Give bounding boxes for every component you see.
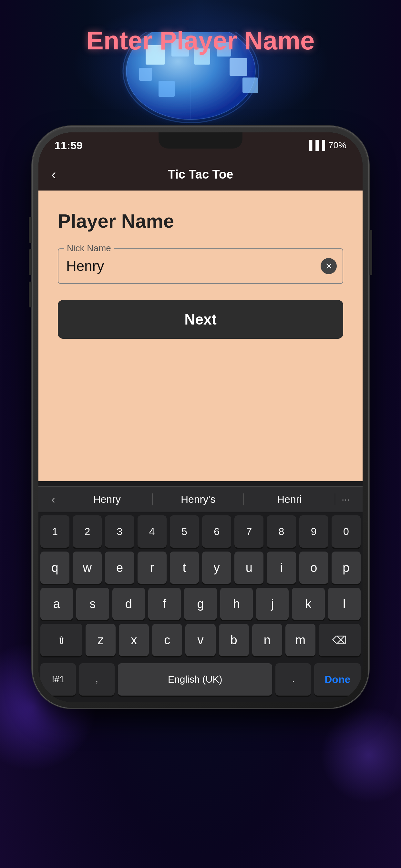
back-button[interactable]: ‹ [51, 166, 56, 182]
autocomplete-more-icon[interactable]: ··· [335, 494, 356, 505]
key-p[interactable]: p [332, 552, 361, 584]
battery-text: 70% [328, 140, 346, 151]
key-v[interactable]: v [185, 624, 215, 656]
phone-screen: 11:59 ▐▐▐ 70% ‹ Tic Tac Toe Player Name … [38, 132, 363, 702]
key-h[interactable]: h [220, 588, 253, 620]
status-bar: 11:59 ▐▐▐ 70% [38, 132, 363, 158]
phone-frame: 11:59 ▐▐▐ 70% ‹ Tic Tac Toe Player Name … [33, 127, 368, 708]
key-k[interactable]: k [292, 588, 325, 620]
key-r[interactable]: r [137, 552, 166, 584]
key-d[interactable]: d [112, 588, 145, 620]
key-4[interactable]: 4 [137, 516, 166, 548]
content-area: Player Name Nick Name ✕ Next [38, 190, 363, 481]
key-z[interactable]: z [86, 624, 116, 656]
bg-glow-right [320, 707, 401, 803]
page-title: Enter Player Name [86, 26, 314, 56]
key-backspace[interactable]: ⌫ [319, 624, 361, 656]
phone-wrapper: 11:59 ▐▐▐ 70% ‹ Tic Tac Toe Player Name … [33, 127, 368, 708]
key-0[interactable]: 0 [332, 516, 361, 548]
key-6[interactable]: 6 [202, 516, 231, 548]
key-7[interactable]: 7 [235, 516, 264, 548]
key-w[interactable]: w [73, 552, 102, 584]
nick-name-field-container: Nick Name ✕ [58, 248, 343, 284]
key-s[interactable]: s [76, 588, 109, 620]
signal-icon: ▐▐▐ [306, 140, 325, 151]
key-a[interactable]: a [40, 588, 73, 620]
app-bar: ‹ Tic Tac Toe [38, 158, 363, 190]
key-3[interactable]: 3 [105, 516, 134, 548]
key-b[interactable]: b [219, 624, 249, 656]
section-title: Player Name [58, 210, 343, 232]
key-symbols[interactable]: !#1 [40, 663, 76, 695]
app-title: Tic Tac Toe [168, 167, 234, 182]
key-u[interactable]: u [235, 552, 264, 584]
key-j[interactable]: j [256, 588, 289, 620]
key-m[interactable]: m [285, 624, 315, 656]
key-i[interactable]: i [267, 552, 296, 584]
clear-button[interactable]: ✕ [320, 258, 337, 274]
autocomplete-chevron[interactable]: ‹ [45, 493, 61, 506]
svg-rect-8 [139, 68, 152, 81]
key-l[interactable]: l [328, 588, 361, 620]
key-q[interactable]: q [40, 552, 69, 584]
keyboard-bottom-row: !#1 , English (UK) . Done [38, 663, 363, 702]
key-y[interactable]: y [202, 552, 231, 584]
key-2[interactable]: 2 [73, 516, 102, 548]
key-n[interactable]: n [252, 624, 282, 656]
key-comma[interactable]: , [79, 663, 115, 695]
key-space[interactable]: English (UK) [118, 663, 272, 695]
input-label: Nick Name [64, 243, 114, 253]
key-8[interactable]: 8 [267, 516, 296, 548]
keyboard: 1 2 3 4 5 6 7 8 9 0 q w [38, 512, 363, 663]
next-button-label: Next [184, 311, 217, 328]
number-row: 1 2 3 4 5 6 7 8 9 0 [40, 516, 361, 548]
key-done[interactable]: Done [314, 663, 361, 695]
key-f[interactable]: f [148, 588, 181, 620]
key-t[interactable]: t [170, 552, 199, 584]
key-e[interactable]: e [105, 552, 134, 584]
key-period[interactable]: . [275, 663, 311, 695]
key-c[interactable]: c [152, 624, 182, 656]
asdf-row: a s d f g h j k l [40, 588, 361, 620]
nick-name-input[interactable] [58, 248, 343, 284]
key-o[interactable]: o [299, 552, 328, 584]
autocomplete-bar: ‹ Henry Henry's Henri ··· [38, 486, 363, 512]
keyboard-area: ‹ Henry Henry's Henri ··· 1 2 3 4 5 6 [38, 481, 363, 702]
status-time: 11:59 [55, 139, 83, 152]
autocomplete-word-henrys[interactable]: Henry's [153, 493, 244, 505]
key-5[interactable]: 5 [170, 516, 199, 548]
status-icons: ▐▐▐ 70% [306, 140, 346, 151]
autocomplete-word-henry[interactable]: Henry [61, 493, 153, 505]
key-9[interactable]: 9 [299, 516, 328, 548]
svg-rect-9 [229, 58, 247, 76]
svg-rect-11 [158, 81, 175, 97]
key-shift[interactable]: ⇧ [40, 624, 82, 656]
notch [158, 132, 243, 149]
zxcv-row: ⇧ z x c v b n m ⌫ [40, 624, 361, 656]
next-button[interactable]: Next [58, 300, 343, 339]
qwerty-row: q w e r t y u i o p [40, 552, 361, 584]
key-1[interactable]: 1 [40, 516, 69, 548]
key-x[interactable]: x [119, 624, 149, 656]
autocomplete-word-henri[interactable]: Henri [244, 493, 335, 505]
key-g[interactable]: g [184, 588, 217, 620]
